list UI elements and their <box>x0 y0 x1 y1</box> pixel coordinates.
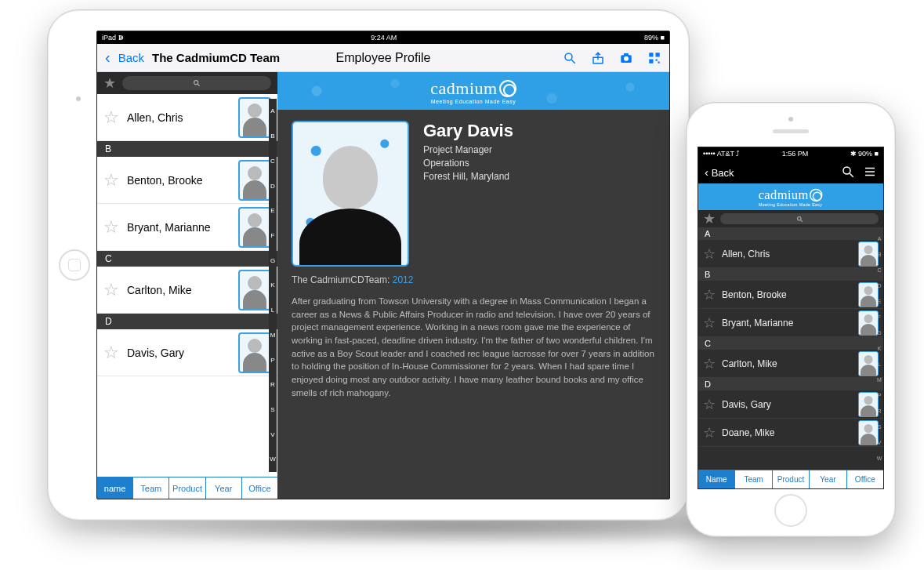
index-letter[interactable]: V <box>876 440 882 445</box>
employee-list[interactable]: ☆ Allen, Chris B ☆ Benton, Brooke ☆ Brya… <box>97 94 277 477</box>
sort-tab[interactable]: Team <box>735 470 772 488</box>
row-star-icon[interactable]: ☆ <box>103 172 119 189</box>
ipad-home-button[interactable] <box>59 249 90 281</box>
favorites-star-icon[interactable]: ★ <box>703 212 716 226</box>
section-header: D <box>97 314 277 329</box>
row-star-icon[interactable]: ☆ <box>103 344 119 361</box>
index-letter[interactable]: K <box>876 346 882 351</box>
sort-tab[interactable]: Year <box>810 470 846 488</box>
iphone-home-button[interactable] <box>774 494 807 527</box>
alpha-index[interactable]: ABCDEFGKLMPRSVW <box>269 99 277 472</box>
index-letter[interactable]: D <box>876 283 882 289</box>
index-letter[interactable]: E <box>269 207 277 214</box>
index-letter[interactable]: S <box>876 424 882 430</box>
section-header: B <box>698 268 883 281</box>
row-star-icon[interactable]: ☆ <box>103 219 119 236</box>
list-item[interactable]: ☆ Bryant, Marianne <box>97 204 277 251</box>
list-item[interactable]: ☆Bryant, Marianne <box>698 309 883 337</box>
index-letter[interactable]: M <box>876 377 882 383</box>
row-star-icon[interactable]: ☆ <box>703 288 716 302</box>
sort-tab[interactable]: Team <box>133 477 169 499</box>
back-button[interactable]: Back <box>118 51 144 64</box>
row-star-icon[interactable]: ☆ <box>703 357 716 371</box>
section-header: C <box>698 337 883 350</box>
svg-point-0 <box>565 53 572 60</box>
list-item[interactable]: ☆Doane, Mike <box>698 419 883 447</box>
search-input[interactable] <box>720 213 879 224</box>
index-letter[interactable]: L <box>269 307 277 314</box>
back-chevron-icon[interactable]: ‹ <box>105 49 111 67</box>
index-letter[interactable]: W <box>876 456 882 461</box>
sort-tab[interactable]: name <box>97 477 133 499</box>
back-button[interactable]: ‹ Back <box>705 165 734 179</box>
employee-list[interactable]: A☆Allen, ChrisB☆Benton, Brooke☆Bryant, M… <box>698 227 883 470</box>
ipad-screen: iPad ↇ 9:24 AM 89% ■ ‹ Back The CadmiumC… <box>96 31 670 499</box>
row-star-icon[interactable]: ☆ <box>103 281 119 299</box>
search-icon[interactable] <box>841 165 855 179</box>
index-letter[interactable]: B <box>269 133 277 140</box>
sort-tab[interactable]: Product <box>169 477 205 499</box>
employee-name: Doane, Mike <box>722 427 852 438</box>
alpha-index[interactable]: ABCDEFGKLMPRSVW <box>876 231 882 467</box>
share-icon[interactable] <box>591 51 605 65</box>
favorites-star-icon[interactable]: ★ <box>103 76 116 90</box>
section-header: D <box>698 378 883 390</box>
sort-tab[interactable]: Name <box>698 470 735 488</box>
index-letter[interactable]: R <box>269 381 277 388</box>
index-letter[interactable]: L <box>876 361 882 367</box>
status-time: 9:24 AM <box>371 34 397 42</box>
page-title: Employee Profile <box>336 51 431 65</box>
row-star-icon[interactable]: ☆ <box>103 109 119 126</box>
employee-name: Bryant, Marianne <box>722 318 852 329</box>
joined-year: 2012 <box>393 274 414 285</box>
sort-tabs[interactable]: nameTeamProductYearOffice <box>97 477 277 499</box>
index-letter[interactable]: G <box>876 330 882 336</box>
index-letter[interactable]: D <box>269 183 277 190</box>
list-item[interactable]: ☆ Carlton, Mike <box>97 267 277 314</box>
menu-icon[interactable] <box>863 165 877 179</box>
index-letter[interactable]: G <box>269 257 277 264</box>
index-letter[interactable]: W <box>269 456 277 463</box>
row-star-icon[interactable]: ☆ <box>703 426 716 440</box>
index-letter[interactable]: E <box>876 299 882 304</box>
brand-cd-icon <box>810 188 824 201</box>
index-letter[interactable]: S <box>269 406 277 413</box>
list-item[interactable]: ☆ Benton, Brooke <box>97 157 277 204</box>
row-star-icon[interactable]: ☆ <box>703 398 716 412</box>
sort-tabs[interactable]: NameTeamProductYearOffice <box>698 470 883 488</box>
camera-icon[interactable] <box>619 51 633 65</box>
index-letter[interactable]: F <box>269 232 277 239</box>
row-star-icon[interactable]: ☆ <box>703 316 716 330</box>
index-letter[interactable]: M <box>269 332 277 339</box>
index-letter[interactable]: B <box>876 252 882 257</box>
index-letter[interactable]: C <box>269 158 277 165</box>
list-item[interactable]: ☆Davis, Gary <box>698 390 883 419</box>
svg-rect-6 <box>649 53 653 56</box>
sort-tab[interactable]: Year <box>206 477 242 499</box>
list-item[interactable]: ☆Carlton, Mike <box>698 350 883 378</box>
employee-name: Davis, Gary <box>722 399 852 410</box>
sidebar-search[interactable] <box>122 76 271 90</box>
index-letter[interactable]: R <box>876 408 882 414</box>
list-item[interactable]: ☆Allen, Chris <box>698 240 883 268</box>
index-letter[interactable]: C <box>876 267 882 273</box>
iphone-frame: ••••• AT&T ⤴ 1:56 PM ✱ 90% ■ ‹ Back cadm… <box>686 102 896 537</box>
sort-tab[interactable]: Office <box>847 470 883 488</box>
index-letter[interactable]: A <box>269 107 277 114</box>
sort-tab[interactable]: Office <box>242 477 277 499</box>
index-letter[interactable]: V <box>269 431 277 438</box>
sort-tab[interactable]: Product <box>773 470 810 488</box>
search-icon[interactable] <box>563 51 577 65</box>
index-letter[interactable]: P <box>269 357 277 364</box>
qr-icon[interactable] <box>647 51 661 65</box>
ipad-frame: iPad ↇ 9:24 AM 89% ■ ‹ Back The CadmiumC… <box>47 9 690 521</box>
list-item[interactable]: ☆ Allen, Chris <box>97 94 277 141</box>
row-star-icon[interactable]: ☆ <box>703 247 716 261</box>
index-letter[interactable]: F <box>876 314 882 320</box>
index-letter[interactable]: A <box>876 236 882 241</box>
index-letter[interactable]: K <box>269 281 277 289</box>
index-letter[interactable]: P <box>876 393 882 398</box>
list-item[interactable]: ☆Benton, Brooke <box>698 281 883 309</box>
avatar <box>238 160 271 201</box>
list-item[interactable]: ☆ Davis, Gary <box>97 329 277 376</box>
